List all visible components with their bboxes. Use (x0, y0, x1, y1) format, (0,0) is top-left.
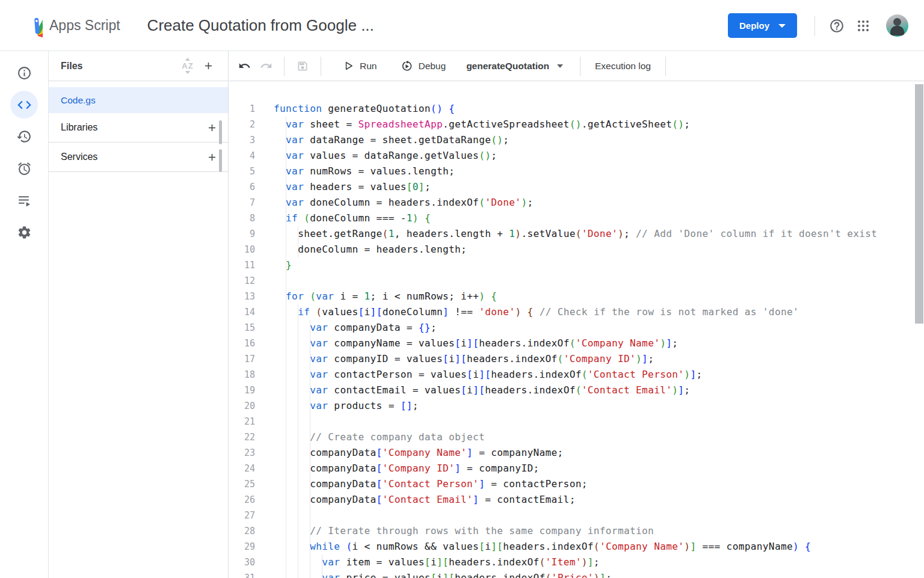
code-line[interactable]: 14 if (values[i][doneColumn] !== 'done')… (229, 304, 924, 320)
code-line[interactable]: 4 var values = dataRange.getValues(); (229, 148, 924, 164)
alarm-icon (17, 161, 32, 176)
services-label: Services (61, 152, 202, 162)
apps-script-window: Apps Script Create Quotation from Google… (0, 0, 924, 578)
code-line[interactable]: 23 companyData['Company Name'] = company… (229, 445, 924, 461)
code-line[interactable]: 29 while (i < numRows && values[i][heade… (229, 539, 924, 555)
save-button[interactable] (292, 55, 313, 77)
code-line[interactable]: 22 // Create company data object (229, 429, 924, 445)
rail-settings-button[interactable] (0, 219, 48, 245)
sort-az-icon: AZ (180, 61, 194, 70)
chevron-down-icon (778, 24, 786, 28)
code-line[interactable]: 27 (229, 508, 924, 523)
line-number: 7 (229, 195, 255, 211)
redo-button[interactable] (255, 55, 277, 77)
code-line[interactable]: 11 } (229, 257, 924, 273)
toolbar-divider (580, 57, 581, 76)
line-number: 26 (229, 492, 255, 508)
code-line[interactable]: 15 var companyData = {}; (229, 320, 924, 336)
line-number: 14 (229, 304, 255, 320)
panel-scrollbar[interactable] (219, 120, 222, 144)
add-file-button[interactable] (198, 56, 218, 76)
libraries-section[interactable]: Libraries (49, 113, 228, 143)
help-button[interactable] (824, 13, 850, 39)
code-line[interactable]: 6 var headers = values[0]; (229, 179, 924, 195)
sort-files-button[interactable]: AZ (177, 56, 198, 76)
line-number: 11 (229, 257, 255, 273)
rail-executions-button[interactable] (0, 187, 48, 214)
line-number: 23 (229, 445, 255, 461)
left-nav-rail (0, 51, 48, 578)
code-line[interactable]: 28 // Iterate through rows with the same… (229, 523, 924, 539)
history-icon (16, 129, 32, 144)
code-line[interactable]: 2 var sheet = SpreadsheetApp.getActiveSp… (229, 117, 924, 132)
code-line[interactable]: 16 var companyName = values[i][headers.i… (229, 336, 924, 351)
rail-editor-button[interactable] (0, 91, 48, 118)
rail-triggers-button[interactable] (0, 155, 48, 182)
code-line[interactable]: 18 var contactPerson = values[i][headers… (229, 367, 924, 383)
function-selector[interactable]: generateQuotation (459, 57, 570, 75)
code-line[interactable]: 8 if (doneColumn === -1) { (229, 211, 924, 226)
line-number: 31 (229, 570, 255, 578)
code-line[interactable]: 20 var products = []; (229, 398, 924, 414)
user-avatar[interactable] (886, 14, 908, 37)
code-line[interactable]: 7 var doneColumn = headers.indexOf('Done… (229, 195, 924, 211)
line-number: 22 (229, 429, 255, 445)
line-number: 30 (229, 555, 255, 570)
code-line[interactable]: 31 var price = values[i][headers.indexOf… (229, 570, 924, 578)
libraries-label: Libraries (61, 122, 202, 133)
code-line[interactable]: 30 var item = values[i][headers.indexOf(… (229, 555, 924, 570)
line-number: 25 (229, 476, 255, 492)
line-number: 28 (229, 523, 255, 539)
editor-toolbar: Run Debug generateQuotation Execution lo… (229, 51, 924, 81)
line-number: 17 (229, 351, 255, 367)
run-button[interactable]: Run (336, 57, 384, 75)
code-line[interactable]: 1function generateQuotation() { (229, 101, 924, 117)
debug-button-label: Debug (418, 61, 446, 72)
execution-log-button[interactable]: Execution log (588, 57, 658, 75)
debug-button[interactable]: Debug (393, 57, 453, 76)
line-number: 16 (229, 336, 255, 351)
execution-log-label: Execution log (595, 61, 651, 72)
code-icon (16, 97, 32, 113)
code-line[interactable]: 17 var companyID = values[i][headers.ind… (229, 351, 924, 367)
code-line[interactable]: 3 var dataRange = sheet.getDataRange(); (229, 132, 924, 148)
rail-project-history-button[interactable] (0, 123, 48, 150)
rail-overview-button[interactable] (0, 60, 48, 86)
code-line[interactable]: 10 doneColumn = headers.length; (229, 242, 924, 257)
redo-icon (260, 60, 273, 72)
code-line[interactable]: 5 var numRows = values.length; (229, 164, 924, 179)
code-line[interactable]: 25 companyData['Contact Person'] = conta… (229, 476, 924, 492)
avatar-photo (893, 18, 901, 26)
line-number: 5 (229, 164, 255, 179)
apps-grid-button[interactable] (850, 13, 876, 39)
line-number: 6 (229, 179, 255, 195)
code-line[interactable]: 26 companyData['Contact Email'] = contac… (229, 492, 924, 508)
panel-scrollbar[interactable] (219, 149, 222, 172)
undo-button[interactable] (233, 55, 255, 77)
deploy-button-label: Deploy (739, 20, 769, 31)
code-line[interactable]: 19 var contactEmail = values[i][headers.… (229, 383, 924, 398)
chevron-down-icon (557, 64, 563, 68)
line-number: 19 (229, 383, 255, 398)
code-editor[interactable]: 1function generateQuotation() {2 var she… (229, 82, 924, 578)
line-number: 27 (229, 508, 255, 523)
line-number: 13 (229, 289, 255, 304)
debug-icon (401, 60, 413, 72)
line-number: 1 (229, 101, 255, 117)
deploy-button[interactable]: Deploy (728, 13, 797, 38)
code-line[interactable]: 9 sheet.getRange(1, headers.length + 1).… (229, 226, 924, 242)
editor-scrollbar[interactable] (915, 84, 923, 324)
code-line[interactable]: 12 (229, 273, 924, 289)
code-line[interactable]: 21 (229, 414, 924, 429)
apps-script-logo[interactable]: Apps Script (20, 13, 120, 37)
project-title[interactable]: Create Quotation from Google ... (147, 16, 374, 35)
run-button-label: Run (360, 61, 377, 72)
line-number: 2 (229, 117, 255, 132)
code-line[interactable]: 24 companyData['Company ID'] = companyID… (229, 461, 924, 476)
line-number: 15 (229, 320, 255, 336)
services-section[interactable]: Services (49, 143, 228, 172)
file-item-code-gs[interactable]: Code.gs (49, 87, 228, 113)
line-number: 21 (229, 414, 255, 429)
run-icon (343, 60, 354, 72)
code-line[interactable]: 13 for (var i = 1; i < numRows; i++) { (229, 289, 924, 304)
